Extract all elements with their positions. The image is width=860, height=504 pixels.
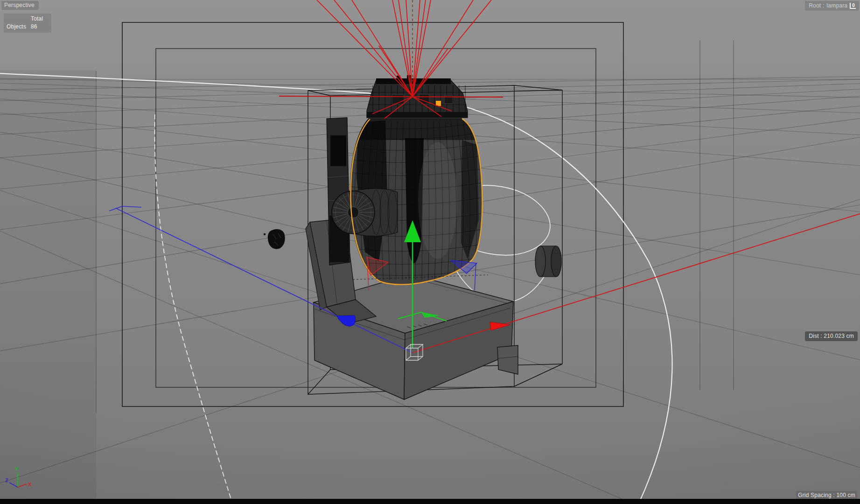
view-mode-label[interactable]: Perspective — [1, 1, 39, 10]
scene-canvas[interactable]: Y X Z — [0, 0, 860, 504]
viewport-3d[interactable]: Y X Z Perspective Total Objects 86 Root … — [0, 0, 860, 504]
stats-objects-value: 86 — [31, 23, 48, 31]
head-side-knob[interactable] — [332, 189, 398, 236]
head-right-cylinder[interactable] — [535, 246, 561, 277]
root-path-label[interactable]: Root : lampara 0 — [805, 1, 859, 11]
stats-objects-label: Objects — [6, 23, 31, 31]
stats-row-objects: Objects 86 — [6, 23, 49, 31]
grid-spacing-readout: Grid Spacing : 100 cm — [796, 491, 857, 499]
root-prefix: Root : — [809, 2, 824, 9]
floating-blob-object[interactable] — [264, 229, 285, 249]
scene-stats-box: Total Objects 86 — [4, 14, 51, 33]
axis-label-z: Z — [5, 477, 8, 483]
root-object-name: lampara — [826, 2, 847, 9]
stats-header-row: Total — [6, 15, 49, 23]
level-0-icon[interactable]: 0 — [850, 3, 856, 9]
axis-label-y: Y — [15, 466, 19, 472]
stats-header: Total — [31, 15, 48, 23]
viewport-bottom-border — [0, 499, 860, 504]
distance-readout: Dist : 210.023 cm — [805, 331, 858, 341]
axis-label-x: X — [28, 482, 32, 487]
